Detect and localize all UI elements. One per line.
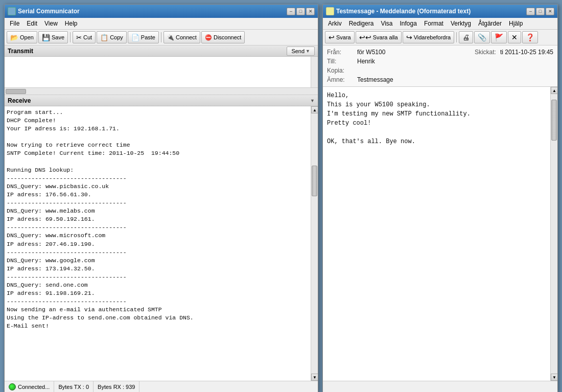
print-icon: 🖨: [462, 33, 470, 41]
email-close-button[interactable]: ✕: [546, 8, 554, 15]
email-body-section: Hello, This is your W5100 speaking. I'm …: [323, 87, 557, 381]
receive-scrollbar[interactable]: ▲ ▼: [311, 106, 318, 381]
email-menu-bar: Arkiv Redigera Visa Infoga Format Verkty…: [323, 18, 557, 30]
serial-menu-bar: File Edit View Help: [5, 18, 318, 30]
email-menu-redigera[interactable]: Redigera: [346, 19, 377, 28]
email-scroll-track[interactable]: [551, 94, 557, 374]
print-button[interactable]: 🖨: [459, 31, 473, 43]
transmit-label: Transmit: [8, 48, 33, 55]
cc-label: Kopia:: [327, 67, 355, 74]
email-menu-infoga[interactable]: Infoga: [397, 19, 420, 28]
serial-status-bar: Connected... Bytes TX : 0 Bytes RX : 939: [5, 381, 318, 392]
transmit-scrollbar[interactable]: [311, 57, 318, 87]
email-body-text: Hello, This is your W5100 speaking. I'm …: [323, 87, 550, 381]
receive-dropdown-arrow[interactable]: ▼: [310, 98, 315, 103]
transmit-input[interactable]: [5, 57, 318, 87]
email-scrollbar[interactable]: ▲ ▼: [550, 87, 557, 381]
save-button[interactable]: Save: [38, 31, 68, 43]
email-maximize-button[interactable]: □: [536, 8, 545, 15]
from-label: Från:: [327, 49, 355, 56]
delete-button[interactable]: ✕: [508, 31, 521, 43]
disconnect-button[interactable]: Disconnect: [201, 31, 245, 43]
receive-scroll-down[interactable]: ▼: [311, 374, 318, 381]
to-row: Till: Henrik: [327, 57, 553, 66]
email-minimize-button[interactable]: –: [526, 8, 535, 15]
bytes-tx-text: Bytes TX : 0: [58, 384, 89, 390]
email-app-icon: [326, 7, 334, 15]
save-icon: [42, 34, 50, 41]
vidarebefordra-button[interactable]: ↪ Vidarebefordra: [403, 31, 455, 43]
flag-button[interactable]: 🚩: [491, 31, 507, 43]
attachment-icon: 📎: [478, 33, 486, 41]
receive-header: Receive ▼: [5, 95, 318, 106]
paste-icon: [131, 34, 139, 41]
email-scroll-thumb[interactable]: [551, 100, 557, 141]
email-title-text: Testmessage - Meddelande (Oformaterad te…: [336, 8, 471, 15]
serial-menu-file[interactable]: File: [7, 19, 22, 28]
serial-app-icon: [8, 7, 16, 15]
cut-icon: [76, 34, 82, 41]
email-menu-format[interactable]: Format: [421, 19, 447, 28]
email-window: Testmessage - Meddelande (Oformaterad te…: [322, 4, 558, 392]
transmit-area: [5, 57, 318, 87]
send-dropdown-arrow[interactable]: ▼: [306, 49, 310, 54]
serial-title-text: Serial Communicator: [18, 8, 80, 15]
email-scroll-up[interactable]: ▲: [551, 87, 557, 94]
to-value: Henrik: [357, 58, 375, 65]
bytes-tx-segment: Bytes TX : 0: [54, 381, 93, 392]
cc-row: Kopia:: [327, 66, 553, 75]
subject-value: Testmessage: [357, 76, 393, 83]
connect-button[interactable]: Connect: [163, 31, 200, 43]
connect-icon: [167, 34, 174, 41]
email-scroll-down[interactable]: ▼: [551, 374, 557, 381]
to-label: Till:: [327, 58, 355, 65]
serial-minimize-button[interactable]: –: [287, 8, 295, 15]
svara-button[interactable]: ↩ Svara: [325, 31, 355, 43]
email-menu-arkiv[interactable]: Arkiv: [325, 19, 345, 28]
email-menu-hjalp[interactable]: Hjälp: [506, 19, 526, 28]
connection-indicator: [9, 383, 16, 390]
svara-alla-button[interactable]: ↩↩ Svara alla: [356, 31, 402, 43]
serial-menu-edit[interactable]: Edit: [24, 19, 40, 28]
receive-content: Program start... DHCP Complete! Your IP …: [5, 106, 318, 381]
receive-scroll-track[interactable]: [311, 113, 318, 374]
toolbar-separator-1: [70, 32, 71, 42]
delete-icon: ✕: [511, 33, 518, 41]
transmit-header: Transmit Send ▼: [5, 45, 318, 57]
serial-menu-view[interactable]: View: [41, 19, 61, 28]
transmit-hscroll-thumb[interactable]: [6, 89, 26, 94]
help-email-button[interactable]: ❓: [522, 31, 538, 43]
bytes-rx-segment: Bytes RX : 939: [93, 381, 139, 392]
serial-toolbar: Open Save Cut Copy Paste Connect Disconn…: [5, 30, 318, 45]
email-toolbar: ↩ Svara ↩↩ Svara alla ↪ Vidarebefordra 🖨…: [323, 30, 557, 45]
send-button[interactable]: Send ▼: [287, 47, 315, 56]
email-menu-visa[interactable]: Visa: [378, 19, 395, 28]
serial-menu-help[interactable]: Help: [62, 19, 81, 28]
connection-status-text: Connected...: [18, 384, 50, 390]
flag-icon: 🚩: [495, 33, 503, 41]
email-menu-atgarder[interactable]: Åtgärder: [475, 19, 505, 28]
paste-button[interactable]: Paste: [128, 31, 159, 43]
copy-button[interactable]: Copy: [97, 31, 127, 43]
forward-icon: ↪: [406, 33, 412, 41]
email-status-bar: [323, 381, 557, 392]
receive-scroll-up[interactable]: ▲: [311, 106, 318, 113]
copy-icon: [100, 34, 108, 41]
reply-icon: ↩: [329, 33, 335, 41]
help-icon: ❓: [526, 33, 534, 41]
attachment-button[interactable]: 📎: [474, 31, 490, 43]
serial-maximize-button[interactable]: □: [296, 8, 305, 15]
bytes-rx-text: Bytes RX : 939: [98, 384, 135, 390]
cut-button[interactable]: Cut: [73, 31, 96, 43]
serial-close-button[interactable]: ✕: [306, 8, 315, 15]
serial-title-bar: Serial Communicator – □ ✕: [5, 5, 318, 18]
subject-row: Ämne: Testmessage: [327, 75, 553, 84]
receive-text: Program start... DHCP Complete! Your IP …: [5, 106, 311, 381]
receive-section: Receive ▼ Program start... DHCP Complete…: [5, 95, 318, 381]
open-button[interactable]: Open: [7, 31, 37, 43]
email-menu-verktyg[interactable]: Verktyg: [448, 19, 474, 28]
transmit-hscrollbar[interactable]: [5, 87, 318, 95]
serial-title-left: Serial Communicator: [8, 7, 80, 15]
email-toolbar-separator-1: [456, 32, 457, 42]
receive-scroll-thumb[interactable]: [312, 166, 317, 196]
